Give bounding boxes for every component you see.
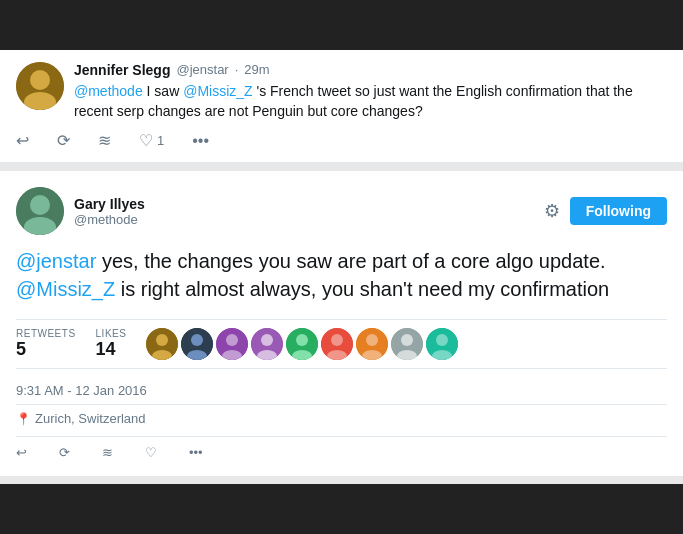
- svg-point-25: [366, 334, 378, 346]
- tweet-text: @methode I saw @Missiz_Z 's French tweet…: [74, 82, 667, 121]
- liker-avatar-2: [181, 328, 213, 360]
- retweet-icon: ⟳: [57, 131, 70, 150]
- gary-reply-button[interactable]: ↩: [16, 445, 27, 460]
- likes-label: LIKES: [96, 328, 127, 339]
- gary-activity-button[interactable]: ≋: [102, 445, 113, 460]
- gary-tweet-text: @jenstar yes, the changes you saw are pa…: [16, 247, 667, 303]
- location: Zurich, Switzerland: [35, 411, 146, 426]
- svg-point-28: [401, 334, 413, 346]
- user-name-row: Jennifer Slegg @jenstar · 29m: [74, 62, 667, 78]
- username[interactable]: @jenstar: [176, 62, 228, 77]
- svg-point-13: [226, 334, 238, 346]
- more-button[interactable]: •••: [192, 132, 209, 150]
- retweet-button[interactable]: ⟳: [57, 131, 70, 150]
- gary-display-name: Gary Illyes: [74, 196, 145, 212]
- liker-avatar-8: [391, 328, 423, 360]
- user-info: Jennifer Slegg @jenstar · 29m @methode I…: [74, 62, 667, 121]
- liker-avatar-7: [356, 328, 388, 360]
- time-ago: 29m: [244, 62, 269, 77]
- mention-missiz[interactable]: @Missiz_Z: [183, 83, 252, 99]
- gary-more-button[interactable]: •••: [189, 445, 203, 460]
- liker-avatar-5: [286, 328, 318, 360]
- location-icon: 📍: [16, 412, 31, 426]
- svg-point-16: [261, 334, 273, 346]
- tweet-actions: ↩ ⟳ ≋ ♡ 1 •••: [16, 131, 667, 150]
- mention-missiz2[interactable]: @Missiz_Z: [16, 278, 115, 300]
- stats-row: RETWEETS 5 LIKES 14: [16, 319, 667, 369]
- tweet-feed: Jennifer Slegg @jenstar · 29m @methode I…: [0, 50, 683, 484]
- more-icon: •••: [192, 132, 209, 150]
- like-icon: ♡: [139, 131, 153, 150]
- svg-point-19: [296, 334, 308, 346]
- gary-controls: ⚙ Following: [544, 197, 667, 225]
- svg-point-31: [436, 334, 448, 346]
- gary-reply-icon: ↩: [16, 445, 27, 460]
- following-button[interactable]: Following: [570, 197, 667, 225]
- dot-separator: ·: [235, 62, 239, 77]
- activity-icon: ≋: [98, 131, 111, 150]
- svg-point-4: [30, 195, 50, 215]
- stats-left: RETWEETS 5 LIKES 14: [16, 328, 126, 360]
- liker-avatar-3: [216, 328, 248, 360]
- tweet-text-part1: I saw: [147, 83, 184, 99]
- gary-header: Gary Illyes @methode ⚙ Following: [16, 187, 667, 235]
- gary-tweet-actions: ↩ ⟳ ≋ ♡ •••: [16, 436, 667, 460]
- avatar: [16, 187, 64, 235]
- svg-point-10: [191, 334, 203, 346]
- like-count: 1: [157, 133, 164, 148]
- gary-text-part1: yes, the changes you saw are part of a c…: [102, 250, 606, 272]
- activity-button[interactable]: ≋: [98, 131, 111, 150]
- likes-count: 14: [96, 339, 127, 360]
- gary-tweet: Gary Illyes @methode ⚙ Following @jensta…: [0, 171, 683, 476]
- mention-methode[interactable]: @methode: [74, 83, 143, 99]
- liker-avatar-6: [321, 328, 353, 360]
- svg-point-22: [331, 334, 343, 346]
- gear-icon[interactable]: ⚙: [544, 200, 560, 222]
- timestamp-row: 9:31 AM - 12 Jan 2016: [16, 377, 667, 405]
- reply-icon: ↩: [16, 131, 29, 150]
- tweet-header: Jennifer Slegg @jenstar · 29m @methode I…: [16, 62, 667, 121]
- avatar: [16, 62, 64, 110]
- gary-activity-icon: ≋: [102, 445, 113, 460]
- retweets-stat: RETWEETS 5: [16, 328, 76, 360]
- liker-avatar-9: [426, 328, 458, 360]
- gary-like-button[interactable]: ♡: [145, 445, 157, 460]
- svg-point-1: [30, 70, 50, 90]
- reply-button[interactable]: ↩: [16, 131, 29, 150]
- gary-user-info: Gary Illyes @methode: [74, 196, 145, 227]
- gary-more-icon: •••: [189, 445, 203, 460]
- gary-username[interactable]: @methode: [74, 212, 145, 227]
- retweets-label: RETWEETS: [16, 328, 76, 339]
- svg-point-7: [156, 334, 168, 346]
- gary-retweet-button[interactable]: ⟳: [59, 445, 70, 460]
- gary-like-icon: ♡: [145, 445, 157, 460]
- gary-left: Gary Illyes @methode: [16, 187, 145, 235]
- gary-text-part2: is right almost always, you shan't need …: [121, 278, 609, 300]
- timestamp: 9:31 AM - 12 Jan 2016: [16, 383, 147, 398]
- likes-stat: LIKES 14: [96, 328, 127, 360]
- mention-jenstar[interactable]: @jenstar: [16, 250, 96, 272]
- display-name: Jennifer Slegg: [74, 62, 170, 78]
- gary-retweet-icon: ⟳: [59, 445, 70, 460]
- likers-avatars: [146, 328, 458, 360]
- retweets-count: 5: [16, 339, 76, 360]
- jennifer-tweet: Jennifer Slegg @jenstar · 29m @methode I…: [0, 50, 683, 163]
- liker-avatar-1: [146, 328, 178, 360]
- liker-avatar-4: [251, 328, 283, 360]
- location-row: 📍 Zurich, Switzerland: [16, 411, 667, 426]
- like-button[interactable]: ♡ 1: [139, 131, 164, 150]
